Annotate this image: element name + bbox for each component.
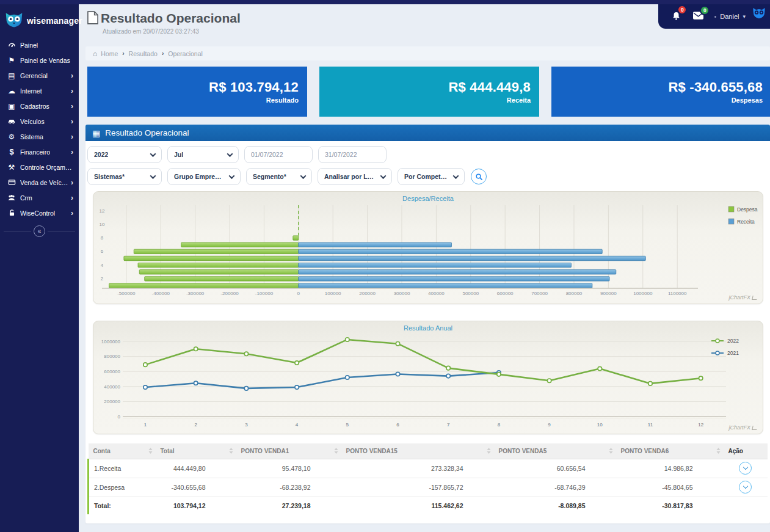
sidebar-item-label: Cadastros — [20, 103, 49, 110]
sidebar-nav: Painel⚑Painel de Vendas▤Gerencial›☁Inter… — [0, 37, 79, 220]
cell-value: 14.986,82 — [616, 459, 724, 478]
status-dot — [714, 16, 716, 18]
svg-text:800000: 800000 — [566, 291, 583, 296]
svg-text:1100000: 1100000 — [668, 291, 687, 296]
chart-watermark: jChartFX — [728, 294, 757, 301]
breadcrumb-item-operacional: Operacional — [168, 50, 203, 57]
breadcrumb-item-home[interactable]: Home — [101, 50, 118, 57]
divider — [4, 231, 31, 231]
business-group-select[interactable]: Grupo Empresarial* — [167, 168, 241, 185]
user-menu[interactable]: Daniel ▾ — [714, 13, 746, 20]
sidebar-item-painel-de-vendas[interactable]: ⚑Painel de Vendas — [0, 53, 79, 68]
chevron-right-icon: › — [68, 117, 73, 126]
svg-text:300000: 300000 — [394, 291, 410, 296]
month-select[interactable]: Jul — [167, 146, 239, 163]
svg-text:4: 4 — [296, 422, 299, 428]
cell-value: -157.865,72 — [341, 478, 494, 497]
cell-value: 60.656,54 — [494, 459, 616, 478]
column-header-ponto-venda5[interactable]: PONTO VENDA5 — [494, 443, 616, 459]
svg-text:8: 8 — [498, 422, 501, 428]
sidebar-item-label: Crm — [20, 194, 32, 202]
end-date-input[interactable] — [318, 146, 387, 163]
year-select[interactable]: 2022 — [87, 146, 162, 163]
budget-control-icon: ⚒ — [5, 164, 18, 171]
svg-text:600000: 600000 — [104, 369, 120, 374]
competence-select[interactable]: Por Competência — [398, 168, 465, 185]
svg-text:-200000: -200000 — [220, 291, 239, 296]
column-header-acao: Ação — [724, 443, 768, 459]
column-header-ponto-venda1[interactable]: PONTO VENDA1 — [236, 443, 341, 459]
brand-name: wisemanager — [27, 16, 82, 26]
sidebar-item-financeiro[interactable]: $Financeiro› — [0, 144, 79, 159]
main-content: Resultado Operacional Atualizado em 20/0… — [79, 4, 770, 532]
sidebar-item-venda-de-veiculos[interactable]: Venda de Veículos› — [0, 175, 79, 190]
watermark-icon — [752, 426, 757, 430]
kpi-card-resultado: R$ 103.794,12Resultado — [87, 67, 307, 117]
svg-text:1: 1 — [144, 422, 147, 428]
chevron-down-icon — [150, 173, 156, 179]
search-button[interactable] — [471, 169, 487, 184]
systems-select[interactable]: Sistemas* — [87, 168, 162, 185]
sidebar-item-controle-orcamentario[interactable]: ⚒Controle Orçamentário — [0, 159, 79, 175]
svg-text:10: 10 — [597, 422, 603, 428]
column-header-ponto-venda15[interactable]: PONTO VENDA15 — [341, 443, 494, 459]
breadcrumb-item-resultado[interactable]: Resultado — [129, 50, 158, 57]
user-name: Daniel — [720, 13, 739, 20]
management-icon: ▤ — [5, 72, 18, 79]
expand-row-button[interactable] — [739, 462, 752, 475]
line-chart-card: Resultado Anual 020000040000060000080000… — [93, 321, 763, 434]
analyze-by-select[interactable]: Analisar por Local de V — [318, 168, 392, 185]
svg-text:700000: 700000 — [531, 291, 548, 296]
vehicle-sales-icon — [5, 178, 18, 186]
sidebar-collapse-button[interactable]: « — [34, 225, 45, 237]
chevron-right-icon: › — [68, 148, 73, 156]
messages-button[interactable]: 0 — [692, 10, 705, 23]
sidebar-item-gerencial[interactable]: ▤Gerencial› — [0, 68, 79, 83]
svg-text:Despesa: Despesa — [737, 206, 758, 213]
column-header-total[interactable]: Total — [156, 443, 236, 459]
sidebar-item-cadastros[interactable]: ▣Cadastros› — [0, 98, 79, 114]
notifications-button[interactable]: 0 — [670, 10, 682, 24]
sidebar-item-label: Gerencial — [20, 72, 48, 79]
svg-text:500000: 500000 — [462, 291, 479, 296]
cell-value: -30.817,83 — [616, 497, 724, 514]
chevron-right-icon: › — [68, 178, 73, 187]
svg-text:11: 11 — [648, 422, 653, 428]
row-label: Total: — [89, 497, 156, 514]
chevron-down-icon — [743, 465, 747, 470]
sidebar-item-wisecontrol[interactable]: WiseControl› — [0, 205, 79, 220]
kpi-value: R$ 103.794,12 — [209, 79, 299, 95]
sidebar-item-veiculos[interactable]: Veículos› — [0, 114, 79, 129]
watermark-icon — [752, 296, 757, 300]
cell-value: -340.655,68 — [156, 478, 236, 497]
sidebar-item-sistema[interactable]: ⚙Sistema› — [0, 129, 79, 144]
cell-value: 27.239,18 — [236, 497, 341, 514]
sidebar-item-painel[interactable]: Painel — [0, 37, 79, 53]
svg-text:2: 2 — [101, 276, 104, 282]
chevron-down-icon — [380, 173, 387, 179]
svg-text:-400000: -400000 — [152, 291, 170, 296]
brand-logo[interactable]: wisemanager — [0, 5, 79, 37]
column-header-conta[interactable]: Conta — [89, 443, 156, 459]
kpi-value: R$ -340.655,68 — [669, 79, 763, 95]
column-header-ponto-venda6[interactable]: PONTO VENDA6 — [616, 443, 724, 459]
start-date-input[interactable] — [244, 146, 313, 163]
cell-value: 103.794,12 — [156, 497, 236, 514]
chevron-down-icon — [229, 173, 235, 179]
sort-icon — [148, 448, 153, 455]
kpi-value: R$ 444.449,8 — [448, 79, 531, 95]
page-document-icon — [87, 11, 98, 27]
sidebar-item-crm[interactable]: Crm› — [0, 190, 79, 205]
segment-select[interactable]: Segmento* — [246, 168, 312, 185]
svg-text:12: 12 — [100, 208, 105, 214]
sidebar-item-label: WiseControl — [20, 210, 55, 217]
sidebar-item-internet[interactable]: ☁Internet› — [0, 83, 79, 98]
filter-row-1: 2022Jul — [87, 146, 770, 163]
svg-text:8: 8 — [101, 235, 104, 241]
kpi-label: Resultado — [266, 97, 299, 104]
sidebar-item-label: Internet — [20, 87, 42, 95]
expand-row-button[interactable] — [739, 481, 752, 494]
svg-text:2022: 2022 — [727, 338, 739, 344]
svg-text:-100000: -100000 — [255, 291, 274, 296]
svg-text:7: 7 — [447, 422, 450, 428]
